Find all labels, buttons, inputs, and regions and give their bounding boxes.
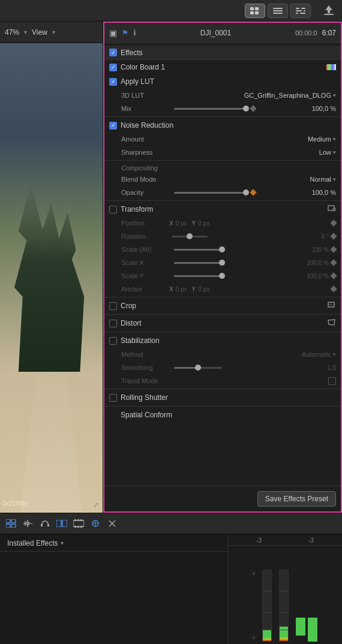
- timeline-clip-btn[interactable]: [55, 517, 68, 530]
- position-y-label: Y: [192, 220, 196, 227]
- tripod-checkbox[interactable]: [328, 377, 336, 385]
- timecode: 00:00:0: [295, 29, 317, 37]
- preview-overlay-text: 0x2160p): [2, 500, 28, 507]
- rotation-row: Rotation 0 °: [104, 230, 341, 243]
- svg-rect-7: [296, 8, 299, 9]
- method-value: Automatic ▾: [302, 351, 336, 358]
- transform-row[interactable]: Transform: [104, 202, 341, 216]
- preview-road: [20, 348, 82, 513]
- distort-checkbox[interactable]: [109, 320, 117, 327]
- preview-image: 0x2160p) ⤢: [0, 43, 103, 513]
- amount-value[interactable]: Medium ▾: [308, 136, 336, 143]
- transform-checkbox[interactable]: [109, 206, 117, 213]
- svg-rect-24: [11, 524, 16, 528]
- db-minus3-left: -3: [256, 537, 262, 544]
- scale-all-slider[interactable]: [174, 249, 222, 251]
- scale-x-label: Scale X: [121, 259, 169, 266]
- rotation-reset-diamond[interactable]: [330, 233, 337, 239]
- grid-view-btn[interactable]: [245, 4, 265, 18]
- zoom-selector[interactable]: 47%: [5, 28, 19, 37]
- meter-right-channel: [279, 570, 289, 642]
- sharpness-value[interactable]: Low ▾: [319, 149, 336, 156]
- smoothing-slider[interactable]: [174, 367, 222, 369]
- position-label: Position: [121, 219, 169, 227]
- smoothing-row: Smoothing 1,0: [104, 361, 341, 374]
- tripod-mode-row: Tripod Mode: [104, 374, 341, 387]
- scale-x-reset-diamond[interactable]: [330, 259, 337, 266]
- scale-y-reset-diamond[interactable]: [330, 272, 337, 279]
- mix-diamond[interactable]: [251, 106, 256, 111]
- stabilization-row[interactable]: Stabilization: [104, 333, 341, 348]
- settings-view-btn[interactable]: [290, 4, 311, 18]
- expand-preview-btn[interactable]: ⤢: [93, 501, 99, 509]
- color-board-checkbox[interactable]: [109, 64, 117, 71]
- rolling-shutter-row[interactable]: Rolling Shutter: [104, 390, 341, 405]
- anchor-reset-diamond[interactable]: [330, 285, 337, 292]
- scale-all-reset-diamond[interactable]: [330, 246, 337, 252]
- noise-reduction-checkbox[interactable]: [109, 122, 117, 130]
- headphone-btn[interactable]: [38, 517, 52, 530]
- rolling-shutter-checkbox[interactable]: [109, 394, 117, 402]
- position-y-value: 0 px: [198, 220, 209, 227]
- installed-effects-header: Installed Effects ▾: [0, 535, 227, 552]
- apply-lut-checkbox[interactable]: [109, 78, 117, 86]
- top-toolbar: [0, 0, 342, 22]
- effects-btn[interactable]: [89, 517, 102, 530]
- svg-marker-14: [325, 5, 332, 13]
- timeline-grid-btn[interactable]: [5, 517, 18, 530]
- installed-effects-panel: Installed Effects ▾: [0, 535, 228, 644]
- smoothing-value: 1,0: [328, 365, 336, 371]
- svg-rect-42: [80, 526, 82, 528]
- lut-3d-row: 3D LUT GC_Griffin_Seraphina_DLOG ▾: [104, 89, 341, 102]
- distort-row[interactable]: Distort: [104, 316, 341, 330]
- svg-rect-2: [250, 11, 254, 14]
- list-view-btn[interactable]: [268, 4, 288, 18]
- audio-meter-content: 6 0: [228, 546, 342, 644]
- mix-slider[interactable]: [174, 108, 246, 110]
- installed-effects-arrow[interactable]: ▾: [61, 540, 64, 546]
- noise-reduction-row[interactable]: Noise Reduction: [104, 118, 341, 133]
- scale-y-slider[interactable]: [174, 275, 222, 277]
- clip-name: DJI_0001: [141, 29, 290, 37]
- scale-x-value: 100,0 %: [307, 260, 329, 266]
- svg-rect-21: [6, 519, 10, 523]
- sharpness-row: Sharpness Low ▾: [104, 146, 341, 159]
- lut-name-value[interactable]: GC_Griffin_Seraphina_DLOG ▾: [244, 92, 336, 99]
- color-board-row[interactable]: Color Board 1: [104, 60, 341, 74]
- distort-label: Distort: [121, 319, 142, 327]
- upload-btn[interactable]: [320, 4, 337, 18]
- mix-reset-diamond[interactable]: [250, 105, 256, 112]
- scale-x-slider[interactable]: [174, 262, 222, 264]
- waveform-btn[interactable]: [22, 517, 35, 530]
- svg-rect-3: [255, 11, 259, 14]
- rotation-value: 0 °: [322, 233, 329, 240]
- meter-scale-labels: 6 0: [253, 570, 255, 642]
- opacity-slider[interactable]: [174, 192, 246, 194]
- apply-lut-row[interactable]: Apply LUT: [104, 74, 341, 89]
- rotation-label: Rotation: [121, 233, 169, 240]
- svg-rect-9: [296, 10, 302, 11]
- scale-all-row: Scale (All) 100 %: [104, 243, 341, 256]
- stabilization-checkbox[interactable]: [109, 337, 117, 345]
- anchor-row: Anchor X 0 px Y 0 px: [104, 282, 341, 296]
- crop-row[interactable]: Crop: [104, 299, 341, 313]
- blend-mode-value[interactable]: Normal ▾: [310, 176, 336, 183]
- crop-checkbox[interactable]: [109, 302, 117, 310]
- opacity-reset-diamond[interactable]: [250, 189, 256, 195]
- svg-rect-6: [273, 13, 283, 14]
- effects-checkbox[interactable]: [109, 49, 117, 56]
- meter-green-left: [296, 618, 305, 636]
- position-reset-diamond[interactable]: [330, 219, 337, 226]
- sharpness-label: Sharpness: [121, 149, 169, 156]
- preview-header: 47% ▾ View ▾: [0, 22, 103, 43]
- installed-effects-title: Installed Effects: [7, 539, 58, 547]
- effects-section-header[interactable]: Effects: [104, 46, 341, 60]
- close-btn[interactable]: [106, 517, 119, 530]
- duration: 6:07: [322, 29, 336, 37]
- effects-panel: ▣ ⚑ ℹ DJI_0001 00:00:0 6:07 Effects Colo…: [103, 22, 342, 513]
- rotation-slider[interactable]: [172, 236, 208, 237]
- save-effects-preset-btn[interactable]: Save Effects Preset: [257, 491, 336, 507]
- filmstrip-btn[interactable]: [72, 517, 85, 530]
- view-btn[interactable]: View: [32, 28, 47, 37]
- spatial-conform-row[interactable]: Spatial Conform: [104, 408, 341, 422]
